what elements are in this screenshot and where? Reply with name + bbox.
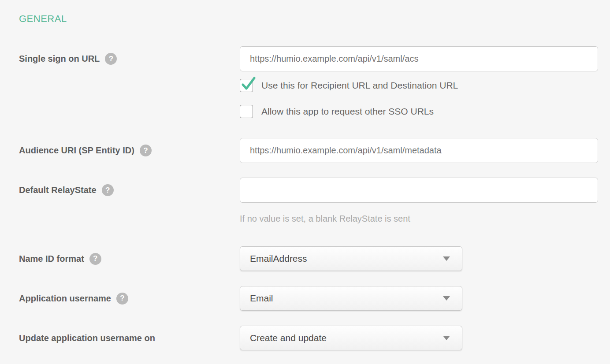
label-col-audience: Audience URI (SP Entity ID) ? [0,145,240,156]
row-relaystate-hint: If no value is set, a blank RelayState i… [0,214,610,224]
saml-settings-page: GENERAL Single sign on URL ? Use this fo… [0,13,610,364]
sso-url-help-icon[interactable]: ? [105,53,117,65]
default-relaystate-input[interactable] [240,178,598,203]
label-col-updateuser: Update application username on [0,333,240,343]
control-col-audience [240,138,610,163]
default-relaystate-help-icon[interactable]: ? [102,184,114,196]
name-id-format-help-icon[interactable]: ? [89,253,101,265]
control-col-nameid: EmailAddress [240,246,610,271]
chevron-down-icon [443,296,450,301]
relaystate-hint-text: If no value is set, a blank RelayState i… [240,214,410,224]
label-col-nameid: Name ID format ? [0,253,240,265]
recipient-destination-checkbox-label[interactable]: Use this for Recipient URL and Destinati… [261,80,458,91]
application-username-help-icon[interactable]: ? [116,293,128,305]
row-other-sso-urls-checkbox: Allow this app to request other SSO URLs [0,105,610,118]
label-col-sso: Single sign on URL ? [0,53,240,65]
sso-url-input[interactable] [240,46,598,71]
row-update-application-username: Update application username on Create an… [0,326,610,350]
control-col-checkbox-2: Allow this app to request other SSO URLs [240,105,610,118]
section-title-general: GENERAL [19,13,610,25]
label-col-relaystate: Default RelayState ? [0,184,240,196]
row-recipient-destination-checkbox: Use this for Recipient URL and Destinati… [0,79,610,92]
control-col-checkbox-1: Use this for Recipient URL and Destinati… [240,79,610,92]
default-relaystate-label: Default RelayState [19,185,97,195]
row-default-relaystate: Default RelayState ? [0,178,610,203]
chevron-down-icon [443,256,450,261]
chevron-down-icon [443,336,450,340]
update-application-username-dropdown[interactable]: Create and update [240,326,462,350]
row-single-sign-on-url: Single sign on URL ? [0,46,610,71]
row-name-id-format: Name ID format ? EmailAddress [0,246,610,271]
application-username-label: Application username [19,293,111,304]
control-col-hint: If no value is set, a blank RelayState i… [240,214,610,224]
update-application-username-label: Update application username on [19,333,155,343]
control-col-updateuser: Create and update [240,326,610,350]
audience-uri-help-icon[interactable]: ? [140,145,152,156]
name-id-format-label: Name ID format [19,254,84,264]
other-sso-urls-checkbox[interactable] [240,105,253,118]
application-username-dropdown[interactable]: Email [240,286,462,311]
audience-uri-label: Audience URI (SP Entity ID) [19,145,134,156]
control-col-appuser: Email [240,286,610,311]
audience-uri-input[interactable] [240,138,598,163]
recipient-destination-checkbox[interactable] [240,79,253,92]
label-col-appuser: Application username ? [0,293,240,305]
name-id-format-selected-value: EmailAddress [250,253,307,264]
row-application-username: Application username ? Email [0,286,610,311]
control-col-sso [240,46,610,71]
other-sso-urls-checkbox-label[interactable]: Allow this app to request other SSO URLs [261,106,434,117]
sso-url-label: Single sign on URL [19,54,100,64]
update-application-username-selected-value: Create and update [250,333,327,343]
row-audience-uri: Audience URI (SP Entity ID) ? [0,138,610,163]
check-icon [241,77,256,92]
application-username-selected-value: Email [250,293,273,304]
control-col-relaystate [240,178,610,203]
name-id-format-dropdown[interactable]: EmailAddress [240,246,462,271]
